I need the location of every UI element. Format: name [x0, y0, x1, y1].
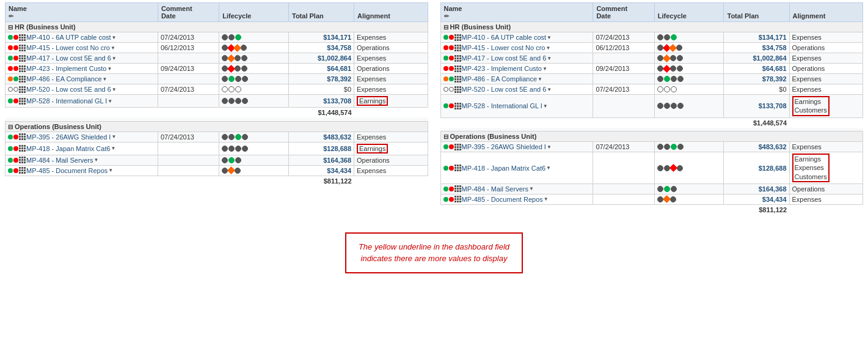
edit-icon: ✏	[9, 13, 13, 20]
row-link[interactable]: MP-520 - Low cost 5E and 6	[462, 86, 547, 93]
dropdown-arrow[interactable]: ▼	[112, 56, 117, 61]
row-link[interactable]: MP-417 - Low cost 5E and 6	[462, 54, 547, 62]
lifecycle-cell	[219, 53, 289, 64]
table-row: MP-423 - Implement Custo ▼ 09/24/2013 $6…	[5, 64, 428, 74]
lifecycle-cell	[219, 131, 289, 142]
dropdown-arrow[interactable]: ▼	[547, 87, 552, 92]
dropdown-arrow[interactable]: ▼	[107, 66, 112, 72]
lifecycle-cell	[219, 43, 289, 53]
expand-icon[interactable]: ⊟	[443, 24, 448, 31]
total-plan-cell: $164,368	[288, 155, 354, 165]
row-link[interactable]: MP-485 - Document Repos	[26, 167, 108, 174]
row-link[interactable]: MP-415 - Lower cost No cro	[26, 44, 110, 51]
dropdown-arrow[interactable]: ▼	[547, 35, 552, 40]
comment-date-cell	[158, 155, 219, 165]
row-link[interactable]: MP-418 - Japan Matrix Cat6	[26, 145, 111, 152]
alignment-td: Expenses	[789, 142, 863, 152]
dropdown-arrow[interactable]: ▼	[103, 76, 108, 82]
name-cell: MP-423 - Implement Custo ▼	[5, 64, 158, 74]
row-link[interactable]: MP-417 - Low cost 5E and 6	[26, 54, 111, 62]
dropdown-arrow[interactable]: ▼	[547, 144, 552, 150]
name-cell: MP-485 - Document Repos ▼	[5, 165, 158, 176]
table-row: MP-528 - International GL I ▼ $133,708 E…	[5, 95, 428, 108]
dropdown-arrow[interactable]: ▼	[112, 35, 117, 40]
tables-row: Name ✏ Comment Date Lifecycle Total Plan	[0, 0, 868, 217]
row-link[interactable]: MP-528 - International GL I	[462, 102, 542, 109]
row-link[interactable]: MP-410 - 6A UTP cable cost	[462, 34, 547, 41]
row-link[interactable]: MP-423 - Implement Custo	[26, 65, 106, 72]
alignment-td: Expenses	[354, 84, 428, 95]
alignment-multivalue[interactable]: EarningsCustomers	[792, 96, 830, 116]
dropdown-arrow[interactable]: ▼	[544, 196, 549, 202]
table-row: MP-410 - 6A UTP cable cost ▼ 07/24/2013 …	[5, 32, 428, 43]
expand-icon[interactable]: ⊟	[8, 124, 13, 130]
dropdown-arrow[interactable]: ▼	[108, 98, 112, 104]
dropdown-arrow[interactable]: ▼	[546, 165, 551, 171]
name-cell: MP-395 - 26AWG Shielded I ▼	[5, 131, 158, 142]
dropdown-arrow[interactable]: ▼	[529, 186, 534, 191]
alignment-cell: Expenses	[357, 54, 386, 62]
grid-icon	[454, 196, 461, 202]
comment-date-cell: 07/24/2013	[158, 84, 219, 95]
left-table-wrapper: Name ✏ Comment Date Lifecycle Total Plan	[5, 2, 428, 215]
dropdown-arrow[interactable]: ▼	[543, 103, 548, 109]
row-link[interactable]: MP-485 - Document Repos	[462, 196, 543, 203]
grid-icon	[19, 34, 26, 41]
total-plan-cell: $64,681	[288, 64, 354, 74]
comment-date-cell	[158, 53, 219, 64]
alignment-highlighted: Earnings	[357, 96, 388, 106]
alignment-td: Expenses	[789, 53, 863, 64]
row-link[interactable]: MP-486 - EA Compliance	[462, 75, 538, 83]
row-link[interactable]: MP-423 - Implement Custo	[462, 65, 542, 72]
dropdown-arrow[interactable]: ▼	[547, 56, 552, 61]
lifecycle-cell	[654, 74, 724, 84]
dropdown-arrow[interactable]: ▼	[542, 66, 547, 72]
row-link[interactable]: MP-410 - 6A UTP cable cost	[26, 34, 111, 41]
comment-date-cell	[593, 53, 654, 64]
dropdown-arrow[interactable]: ▼	[111, 146, 116, 151]
row-link[interactable]: MP-395 - 26AWG Shielded I	[462, 143, 546, 150]
row-link[interactable]: MP-520 - Low cost 5E and 6	[26, 86, 111, 93]
alignment-td: Operations	[354, 155, 428, 165]
row-link[interactable]: MP-418 - Japan Matrix Cat6	[462, 165, 546, 172]
dropdown-arrow[interactable]: ▼	[108, 168, 113, 173]
dropdown-arrow[interactable]: ▼	[538, 76, 542, 82]
comment-date-cell	[158, 142, 219, 155]
alignment-td: Earnings	[354, 142, 428, 155]
alignment-multivalue[interactable]: EarningsExpensesCustomers	[792, 154, 830, 182]
grid-icon	[454, 34, 461, 41]
row-link[interactable]: MP-528 - International GL I	[26, 97, 107, 105]
name-cell: MP-484 - Mail Servers ▼	[5, 155, 158, 165]
name-cell: MP-417 - Low cost 5E and 6 ▼	[440, 53, 593, 64]
comment-date-cell: 06/12/2013	[593, 43, 654, 53]
total-plan-cell: $128,688	[288, 142, 354, 155]
alignment-cell: Operations	[357, 65, 390, 72]
annotation-area: The yellow underline in the dashboard fi…	[0, 223, 868, 283]
grid-icon	[454, 65, 461, 72]
dropdown-arrow[interactable]: ▼	[545, 45, 550, 51]
dropdown-arrow[interactable]: ▼	[111, 134, 116, 139]
comment-date-cell: 07/24/2013	[593, 84, 654, 95]
row-link[interactable]: MP-486 - EA Compliance	[26, 75, 102, 83]
comment-date-cell	[593, 194, 654, 204]
row-link[interactable]: MP-415 - Lower cost No cro	[462, 44, 545, 51]
alignment-td: Expenses	[354, 53, 428, 64]
grid-icon	[19, 65, 26, 72]
table-row: MP-528 - International GL I ▼ $133,708 E…	[440, 95, 863, 118]
row-link[interactable]: MP-395 - 26AWG Shielded I	[26, 133, 111, 141]
expand-icon[interactable]: ⊟	[8, 24, 13, 31]
total-plan-cell: $1,002,864	[288, 53, 354, 64]
group-label: HR (Business Unit)	[15, 23, 76, 31]
lifecycle-cell	[654, 142, 724, 152]
expand-icon[interactable]: ⊟	[443, 133, 448, 140]
dropdown-arrow[interactable]: ▼	[112, 87, 117, 92]
total-plan-cell: $164,368	[724, 183, 789, 194]
alignment-cell: Operations	[357, 44, 390, 51]
table-row: MP-395 - 26AWG Shielded I ▼ 07/24/2013 $…	[5, 131, 428, 142]
dropdown-arrow[interactable]: ▼	[93, 157, 98, 163]
row-link[interactable]: MP-484 - Mail Servers	[462, 185, 528, 193]
dropdown-arrow[interactable]: ▼	[111, 45, 115, 51]
row-link[interactable]: MP-484 - Mail Servers	[26, 157, 93, 164]
grid-icon	[19, 76, 26, 83]
alignment-td: Operations	[789, 183, 863, 194]
